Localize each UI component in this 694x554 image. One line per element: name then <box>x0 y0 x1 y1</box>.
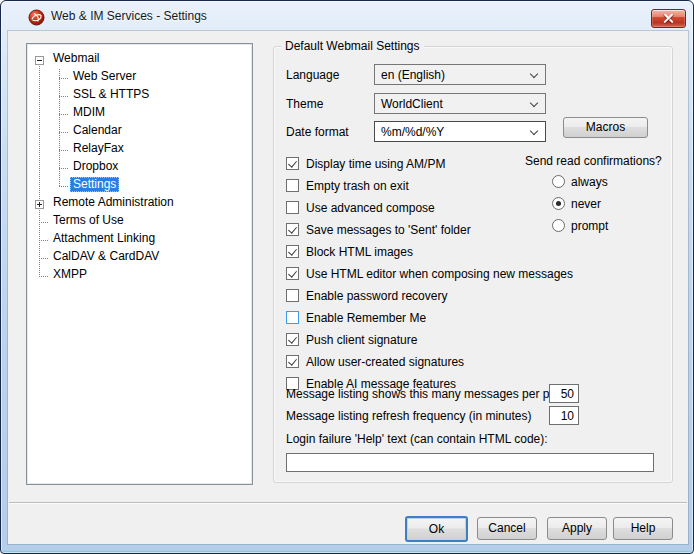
checkbox-label: Empty trash on exit <box>306 179 409 193</box>
tree-item-mdim[interactable]: MDIM <box>29 105 250 123</box>
language-value: en (English) <box>381 68 445 82</box>
tree-item-web-server[interactable]: Web Server <box>29 69 250 87</box>
macros-button-label: Macros <box>586 120 625 134</box>
radio-circle <box>552 219 565 232</box>
window-title: Web & IM Services - Settings <box>51 9 207 23</box>
footer-divider <box>9 502 687 504</box>
close-button[interactable] <box>651 9 686 28</box>
checkbox-display-time-am-pm[interactable]: Display time using AM/PM <box>286 157 445 172</box>
checkbox-label: Use advanced compose <box>306 201 435 215</box>
radio-prompt[interactable]: prompt <box>552 219 608 234</box>
tree-item-label: Dropbox <box>70 159 121 174</box>
tree-item-relayfax[interactable]: RelayFax <box>29 141 250 159</box>
tree-item-dropbox[interactable]: Dropbox <box>29 159 250 177</box>
tree-item-label: XMPP <box>50 267 90 282</box>
tree-item-caldav-carddav[interactable]: CalDAV & CardDAV <box>29 249 250 267</box>
date-format-label: Date format <box>286 125 349 139</box>
tree-item-label: SSL & HTTPS <box>70 87 152 102</box>
date-format-value: %m/%d/%Y <box>381 125 444 139</box>
checkbox-label: Save messages to 'Sent' folder <box>306 223 471 237</box>
login-help-label: Login failure 'Help' text (can contain H… <box>286 432 548 446</box>
ok-button[interactable]: Ok <box>405 516 468 542</box>
apply-button[interactable]: Apply <box>547 517 607 540</box>
tree-item-settings[interactable]: Settings <box>29 177 250 195</box>
tree-item-label: RelayFax <box>70 141 127 156</box>
refresh-frequency-input[interactable] <box>549 406 579 425</box>
checkbox-label: Block HTML images <box>306 245 413 259</box>
tree-item-attachment-linking[interactable]: Attachment Linking <box>29 231 250 249</box>
tree-item-label: Webmail <box>50 51 102 66</box>
checkbox-box <box>286 245 299 258</box>
checkbox-label: Display time using AM/PM <box>306 157 445 171</box>
checkbox-block-html-images[interactable]: Block HTML images <box>286 245 413 260</box>
tree-item-label: Web Server <box>70 69 139 84</box>
tree-item-label: Settings <box>70 177 119 192</box>
checkbox-box <box>286 223 299 236</box>
radio-circle <box>552 175 565 188</box>
checkbox-label: Allow user-created signatures <box>306 355 464 369</box>
tree-item-label: Remote Administration <box>50 195 177 210</box>
messages-per-page-label: Message listing shows this many messages… <box>286 387 569 401</box>
ok-button-label: Ok <box>429 522 444 536</box>
checkbox-box <box>286 267 299 280</box>
tree-item-xmpp[interactable]: XMPP <box>29 267 250 285</box>
checkbox-label: Enable password recovery <box>306 289 447 303</box>
checkbox-box <box>286 179 299 192</box>
radio-label: prompt <box>571 219 608 233</box>
checkbox-box <box>286 333 299 346</box>
checkbox-remember-me[interactable]: Enable Remember Me <box>286 311 426 326</box>
cancel-button[interactable]: Cancel <box>477 517 537 540</box>
help-button-label: Help <box>631 521 656 535</box>
cancel-button-label: Cancel <box>488 521 525 535</box>
refresh-frequency-label: Message listing refresh frequency (in mi… <box>286 409 531 423</box>
title-bar[interactable]: Web & IM Services - Settings <box>1 1 693 31</box>
settings-dialog-window: Web & IM Services - Settings Webmail Web… <box>0 0 694 554</box>
radio-never[interactable]: never <box>552 197 601 212</box>
language-select[interactable]: en (English) <box>374 64 546 85</box>
tree-item-terms-of-use[interactable]: Terms of Use <box>29 213 250 231</box>
settings-nav-tree: Webmail Web Server SSL & HTTPS MDIM Cale… <box>26 43 253 485</box>
read-confirmations-label: Send read confirmations? <box>525 154 662 168</box>
language-label: Language <box>286 68 339 82</box>
chevron-down-icon <box>530 70 538 78</box>
checkbox-box <box>286 201 299 214</box>
macros-button[interactable]: Macros <box>563 117 648 138</box>
tree-item-remote-administration[interactable]: Remote Administration <box>29 195 250 213</box>
tree-item-label: CalDAV & CardDAV <box>50 249 162 264</box>
tree-item-label: Calendar <box>70 123 125 138</box>
theme-select[interactable]: WorldClient <box>374 93 546 114</box>
tree-item-label: Attachment Linking <box>50 231 158 246</box>
checkbox-user-signatures[interactable]: Allow user-created signatures <box>286 355 464 370</box>
chevron-down-icon <box>530 99 538 107</box>
checkbox-advanced-compose[interactable]: Use advanced compose <box>286 201 435 216</box>
radio-circle <box>552 197 565 210</box>
radio-label: always <box>571 175 608 189</box>
messages-per-page-input[interactable] <box>549 384 579 403</box>
radio-always[interactable]: always <box>552 175 608 190</box>
checkbox-html-editor[interactable]: Use HTML editor when composing new messa… <box>286 267 573 282</box>
chevron-down-icon <box>530 127 538 135</box>
checkbox-label: Push client signature <box>306 333 417 347</box>
apply-button-label: Apply <box>562 521 592 535</box>
checkbox-push-client-signature[interactable]: Push client signature <box>286 333 417 348</box>
tree-item-ssl-https[interactable]: SSL & HTTPS <box>29 87 250 105</box>
checkbox-label: Enable Remember Me <box>306 311 426 325</box>
theme-value: WorldClient <box>381 97 443 111</box>
checkbox-empty-trash[interactable]: Empty trash on exit <box>286 179 409 194</box>
checkbox-label: Use HTML editor when composing new messa… <box>306 267 573 281</box>
checkbox-save-sent[interactable]: Save messages to 'Sent' folder <box>286 223 471 238</box>
date-format-combo[interactable]: %m/%d/%Y <box>374 121 546 142</box>
app-logo-icon <box>28 9 45 26</box>
theme-label: Theme <box>286 97 323 111</box>
tree-item-label: Terms of Use <box>50 213 127 228</box>
checkbox-password-recovery[interactable]: Enable password recovery <box>286 289 447 304</box>
close-icon <box>663 13 674 24</box>
tree-item-calendar[interactable]: Calendar <box>29 123 250 141</box>
tree-item-webmail[interactable]: Webmail <box>29 51 250 69</box>
radio-label: never <box>571 197 601 211</box>
login-help-input[interactable] <box>286 453 654 472</box>
checkbox-box <box>286 355 299 368</box>
tree-item-label: MDIM <box>70 105 108 120</box>
help-button[interactable]: Help <box>613 517 673 540</box>
checkbox-box <box>286 289 299 302</box>
